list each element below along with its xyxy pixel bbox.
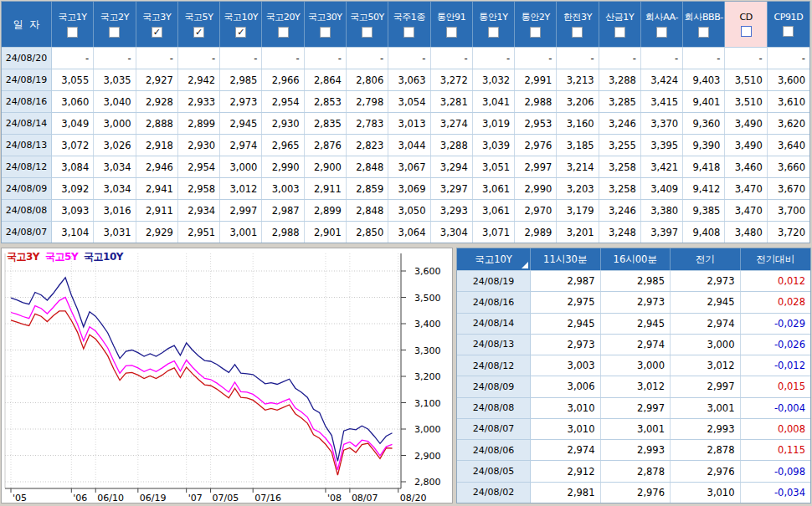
yield-cell: 3,039 — [473, 135, 515, 156]
yield-cell: 2,946 — [136, 156, 178, 177]
x-tick-label: 06/10 — [97, 493, 124, 503]
column-header[interactable]: CD — [725, 2, 767, 47]
diff-cell: 0,028 — [741, 292, 811, 312]
column-checkbox[interactable] — [67, 27, 78, 38]
column-header[interactable]: 국고1Y — [52, 2, 94, 47]
table-row[interactable]: 24/08/073,1043,0312,9292,9513,0012,9882,… — [2, 221, 809, 243]
column-header[interactable]: 국주1종 — [388, 2, 430, 47]
column-checkbox[interactable] — [741, 26, 752, 37]
table-row[interactable]: 24/08/133,0723,0262,9182,9302,9742,9652,… — [2, 134, 809, 156]
column-header[interactable]: 16시00분 — [601, 248, 671, 270]
column-header[interactable]: 국고50Y — [347, 2, 388, 47]
value-1130-cell: 3,006 — [531, 376, 601, 396]
yield-cell: 3,670 — [768, 178, 809, 199]
column-header[interactable]: 국고2Y — [94, 2, 136, 47]
column-checkbox[interactable] — [614, 27, 625, 38]
table-row[interactable]: 24/08/022,9812,9763,010-0,034 — [457, 482, 810, 503]
yield-cell: 3,093 — [52, 200, 94, 221]
yield-cell: 3,258 — [599, 178, 641, 199]
column-checkbox[interactable] — [783, 26, 794, 37]
yield-cell: - — [515, 48, 557, 69]
chart-legend: 국고3Y국고5Y국고10Y — [7, 250, 123, 264]
column-header[interactable]: 통안1Y — [473, 2, 515, 47]
column-checkbox[interactable] — [530, 27, 541, 38]
yield-cell: 3,071 — [473, 222, 515, 243]
yield-cell: 3,304 — [431, 222, 473, 243]
yield-cell: - — [347, 48, 388, 69]
y-tick-label: 3,200 — [414, 371, 441, 382]
yield-cell: 2,997 — [515, 156, 557, 177]
yield-cell: 3,297 — [431, 178, 473, 199]
column-header[interactable]: 통안2Y — [515, 2, 557, 47]
table-row[interactable]: 24/08/132,9732,9743,000-0,026 — [457, 334, 810, 355]
table-row[interactable]: 24/08/192,9872,9852,9730,012 — [457, 270, 810, 291]
yield-cell: 3,246 — [599, 200, 641, 221]
series-line-국고5Y — [11, 298, 393, 470]
column-header[interactable]: 국고20Y — [262, 2, 304, 47]
column-header[interactable]: 회사BBB- — [683, 2, 725, 47]
prev-value-cell: 2,997 — [671, 376, 741, 396]
table-row[interactable]: 24/08/143,0493,0002,8882,8992,9452,9302,… — [2, 112, 809, 134]
column-header[interactable]: 통안91 — [431, 2, 473, 47]
table-row[interactable]: 24/08/20------------------ — [2, 47, 809, 69]
table-row[interactable]: 24/08/073,0103,0012,9930,008 — [457, 418, 810, 439]
column-label: 통안1Y — [479, 11, 507, 23]
table-row[interactable]: 24/08/083,0102,9973,001-0,004 — [457, 397, 810, 418]
column-header[interactable]: 국고5Y✓ — [178, 2, 220, 47]
column-checkbox[interactable] — [320, 27, 331, 38]
column-checkbox[interactable] — [656, 27, 667, 38]
column-checkbox[interactable] — [403, 27, 414, 38]
value-1130-cell: 2,981 — [531, 483, 601, 503]
table-row[interactable]: 24/08/142,9452,9452,974-0,029 — [457, 313, 810, 334]
column-header[interactable]: CP91D — [768, 2, 809, 47]
column-header[interactable]: 전기 — [671, 248, 741, 270]
value-1600-cell: 2,878 — [601, 461, 671, 481]
date-cell: 24/08/13 — [457, 335, 531, 355]
table-row[interactable]: 24/08/093,0063,0122,9970,015 — [457, 376, 810, 396]
column-checkbox[interactable]: ✓ — [152, 27, 162, 38]
column-header[interactable]: 국고10Y✓ — [220, 2, 262, 47]
yield-cell: 3,061 — [473, 178, 515, 199]
column-header[interactable]: 회사AA- — [641, 2, 683, 47]
table-row[interactable]: 24/08/123,0033,0003,012-0,012 — [457, 355, 810, 376]
yield-cell: 3,054 — [388, 91, 430, 112]
column-header[interactable]: 산금1Y — [599, 2, 641, 47]
table-row[interactable]: 24/08/162,9752,9732,9450,028 — [457, 291, 810, 312]
column-header[interactable]: 국고3Y✓ — [136, 2, 178, 47]
column-checkbox[interactable]: ✓ — [193, 27, 204, 38]
yield-cell: 9,401 — [683, 91, 725, 112]
column-header[interactable]: 전기대비 — [741, 248, 811, 270]
yield-cell: 2,900 — [305, 156, 347, 177]
date-cell: 24/08/16 — [457, 292, 531, 312]
yield-cell: 2,930 — [178, 135, 220, 156]
table-row[interactable]: 24/08/093,0923,0342,9412,9583,0123,0032,… — [2, 177, 809, 199]
yield-cell: 2,798 — [347, 91, 388, 112]
yield-cell: 2,859 — [347, 178, 388, 199]
yield-cell: 2,848 — [347, 200, 388, 221]
column-checkbox[interactable] — [698, 27, 709, 38]
column-header[interactable]: 한전3Y — [557, 2, 599, 47]
column-checkbox[interactable] — [362, 27, 373, 38]
column-checkbox[interactable] — [278, 27, 289, 38]
table-row[interactable]: 24/08/163,0603,0402,9282,9332,9732,9542,… — [2, 90, 809, 112]
table-row[interactable]: 24/08/193,0553,0352,9272,9422,9852,9662,… — [2, 69, 809, 90]
column-header[interactable]: 국고30Y — [305, 2, 347, 47]
column-label: 국고5Y — [184, 11, 213, 23]
column-header[interactable]: 11시30분 — [531, 248, 601, 270]
diff-cell: 0,008 — [741, 419, 811, 439]
table-row[interactable]: 24/08/083,0933,0162,9112,9342,9972,9872,… — [2, 199, 809, 221]
column-checkbox[interactable] — [109, 27, 120, 38]
table-row[interactable]: 24/08/123,0843,0342,9462,9543,0002,9902,… — [2, 156, 809, 177]
table-row[interactable]: 24/08/052,9122,8782,976-0,098 — [457, 460, 810, 481]
column-header[interactable]: 국고10Y — [457, 248, 531, 270]
column-checkbox[interactable] — [572, 27, 583, 38]
column-checkbox[interactable] — [446, 27, 457, 38]
y-tick-label: 3,400 — [414, 319, 441, 330]
table-row[interactable]: 24/08/062,9742,9932,8780,115 — [457, 439, 810, 460]
yield-cell: - — [94, 48, 136, 69]
column-checkbox[interactable]: ✓ — [235, 27, 246, 38]
y-tick-label: 3,600 — [414, 266, 441, 277]
yield-cell: 3,620 — [768, 113, 809, 134]
date-cell: 24/08/19 — [457, 271, 531, 291]
column-checkbox[interactable] — [488, 27, 499, 38]
